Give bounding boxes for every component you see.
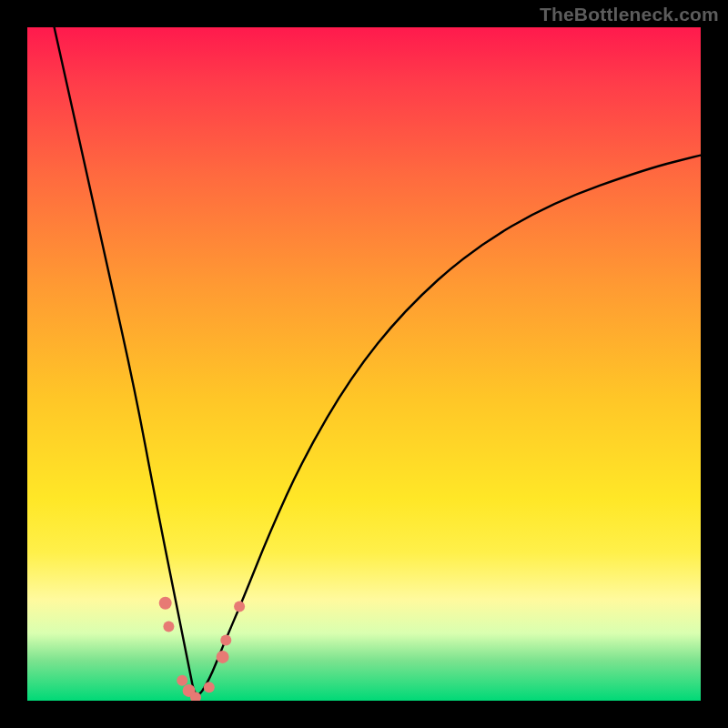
data-marker (159, 597, 172, 610)
data-marker (220, 634, 231, 645)
watermark-text: TheBottleneck.com (540, 4, 719, 25)
data-marker (217, 651, 229, 663)
data-marker (163, 622, 174, 632)
bottleneck-curve-line (55, 27, 701, 694)
data-markers (159, 597, 245, 701)
data-marker (177, 675, 187, 686)
bottleneck-curve-svg (27, 27, 701, 701)
data-marker (204, 682, 215, 693)
plot-area (27, 27, 701, 701)
data-marker (234, 601, 245, 612)
